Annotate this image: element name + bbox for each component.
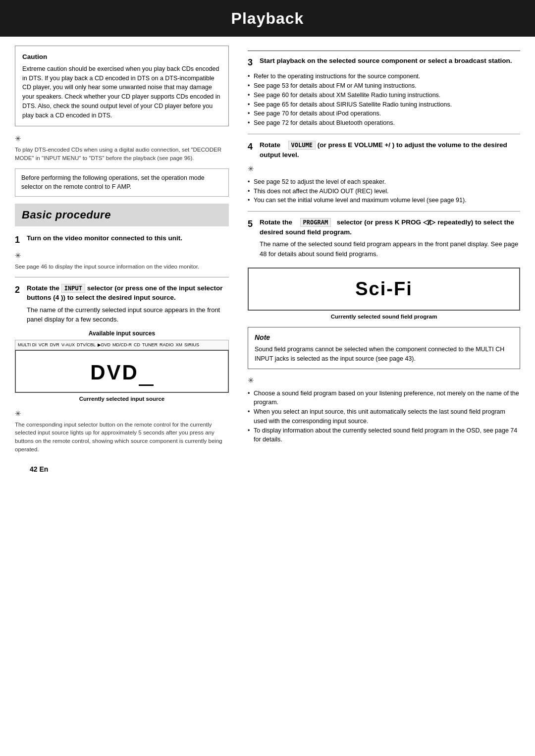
- step-4: 4 Rotate VOLUME (or press E VOLUME +/ ) …: [248, 140, 520, 205]
- step-3-bullets: Refer to the operating instructions for …: [248, 72, 520, 128]
- step-2-rotate: Rotate the: [27, 284, 59, 292]
- scifi-display-wrap: Sci-Fi Currently selected sound field pr…: [248, 268, 520, 321]
- step-4-bullets: See page 52 to adjust the level of each …: [248, 177, 520, 205]
- scifi-caption: Currently selected sound field program: [248, 313, 520, 321]
- bullet-4-1: See page 52 to adjust the level of each …: [248, 177, 520, 187]
- page-footer: 42 En: [15, 459, 229, 479]
- step-4-title-text: Rotate VOLUME (or press E VOLUME +/ ) to…: [260, 140, 520, 160]
- src-multi-di: MULTI DI: [18, 342, 37, 348]
- step-5: 5 Rotate the PROGRAM selector (or press …: [248, 217, 520, 321]
- left-column: Caution Extreme caution should be exerci…: [15, 46, 243, 479]
- tip-text-1: To play DTS-encoded CDs when using a dig…: [15, 146, 229, 162]
- src-dvr: DVR: [50, 342, 59, 348]
- src-sirius: SIRIUS: [184, 342, 199, 348]
- dvd-text: DVD: [90, 361, 139, 384]
- step-2-selector: INPUT: [61, 284, 85, 293]
- operation-note: Before performing the following operatio…: [15, 168, 229, 197]
- step-4-num: 4: [248, 140, 257, 153]
- step-3-num: 3: [248, 56, 257, 69]
- tip-icon-step4: [248, 163, 520, 174]
- step-5-num: 5: [248, 217, 257, 230]
- dvd-sources-bar: MULTI DI VCR DVR V-AUX DTV/CBL ▶DVD MD/C…: [15, 340, 229, 350]
- step-4-title: 4 Rotate VOLUME (or press E VOLUME +/ ) …: [248, 140, 520, 160]
- step-divider-1: [15, 277, 229, 277]
- right-column: 3 Start playback on the selected source …: [243, 46, 520, 479]
- dvd-cursor: [139, 384, 154, 386]
- step-5-title-mid: selector (or press K PROG ◁/▷ repeatedly…: [260, 218, 514, 236]
- bullet-3-1: Refer to the operating instructions for …: [248, 72, 520, 81]
- section-header: Basic procedure: [15, 204, 229, 226]
- bullet-3-4: See page 65 for details about SIRIUS Sat…: [248, 100, 520, 109]
- src-vaux: V-AUX: [61, 342, 75, 348]
- step-2: 2 Rotate the INPUT selector (or press on…: [15, 283, 229, 454]
- bullet-4-2: This does not affect the AUDIO OUT (REC)…: [248, 187, 520, 196]
- step-5-body: The name of the selected sound field pro…: [248, 239, 520, 259]
- step-2-num: 2: [15, 283, 24, 296]
- tip-bottom-bullets: Choose a sound field program based on yo…: [248, 389, 520, 445]
- tip-icon-step2: [15, 408, 229, 419]
- page-title: Playback: [0, 0, 535, 37]
- tip-icon-step1: [15, 250, 229, 261]
- step-4-selector: VOLUME: [288, 141, 316, 150]
- scifi-main-display: Sci-Fi: [248, 268, 520, 311]
- tip-text-step2: The corresponding input selector button …: [15, 421, 229, 454]
- caution-title: Caution: [22, 52, 221, 62]
- step-5-title-text: Rotate the PROGRAM selector (or press K …: [260, 217, 520, 237]
- step-3: 3 Start playback on the selected source …: [248, 51, 520, 128]
- src-vcr: VCR: [39, 342, 48, 348]
- step-4-title-mid: (or press E VOLUME +/ ): [318, 141, 395, 149]
- bullet-3-5: See page 70 for details about iPod opera…: [248, 109, 520, 118]
- step-divider-5: [248, 211, 520, 212]
- caution-box: Caution Extreme caution should be exerci…: [15, 46, 229, 126]
- tip-icon-1: [15, 133, 229, 144]
- src-cd: CD: [134, 342, 140, 348]
- step-3-title: 3 Start playback on the selected source …: [248, 56, 520, 69]
- tip-bottom-3: To display information about the current…: [248, 426, 520, 445]
- step-1-title-text: Turn on the video monitor connected to t…: [27, 233, 182, 243]
- step-1-num: 1: [15, 233, 24, 246]
- step-1: 1 Turn on the video monitor connected to…: [15, 233, 229, 271]
- caution-text: Extreme caution should be exercised when…: [22, 64, 221, 120]
- step-3-rule: [248, 51, 520, 51]
- bullet-3-3: See page 60 for details about XM Satelli…: [248, 91, 520, 100]
- tip-bottom-2: When you select an input source, this un…: [248, 407, 520, 426]
- bullet-3-2: See page 53 for details about FM or AM t…: [248, 81, 520, 91]
- step-5-title: 5 Rotate the PROGRAM selector (or press …: [248, 217, 520, 237]
- step-5-rotate: Rotate the: [260, 218, 292, 226]
- step-2-title: 2 Rotate the INPUT selector (or press on…: [15, 283, 229, 303]
- bullet-4-3: You can set the initial volume level and…: [248, 196, 520, 205]
- tip-bottom-1: Choose a sound field program based on yo…: [248, 389, 520, 408]
- dvd-display-wrap: Available input sources MULTI DI VCR DVR…: [15, 329, 229, 403]
- dvd-main-display: DVD: [15, 350, 229, 393]
- step-1-title: 1 Turn on the video monitor connected to…: [15, 233, 229, 246]
- step-5-selector: PROGRAM: [300, 218, 331, 227]
- src-mdcdr: MD/CD-R: [112, 342, 132, 348]
- dvd-caption: Currently selected input source: [15, 395, 229, 403]
- src-dtvcbl: DTV/CBL: [77, 342, 96, 348]
- tip-text-step1: See page 46 to display the input source …: [15, 263, 229, 271]
- src-tuner: TUNER: [142, 342, 158, 348]
- src-dvd: ▶DVD: [98, 342, 110, 348]
- step-2-body: The name of the currently selected input…: [15, 305, 229, 324]
- note-text: Sound field programs cannot be selected …: [255, 345, 513, 364]
- step-3-title-text: Start playback on the selected source co…: [260, 56, 512, 66]
- dvd-label: Available input sources: [15, 329, 229, 338]
- tip-icon-bottom: [248, 375, 520, 386]
- src-radio: RADIO: [160, 342, 174, 348]
- bullet-3-6: See page 72 for details about Bluetooth …: [248, 118, 520, 128]
- step-4-rotate: Rotate: [260, 141, 280, 149]
- step-2-title-text: Rotate the INPUT selector (or press one …: [27, 283, 229, 303]
- note-box: Note Sound field programs cannot be sele…: [248, 327, 520, 369]
- step-divider-4: [248, 134, 520, 134]
- src-xm: XM: [175, 342, 182, 348]
- note-title: Note: [255, 332, 513, 342]
